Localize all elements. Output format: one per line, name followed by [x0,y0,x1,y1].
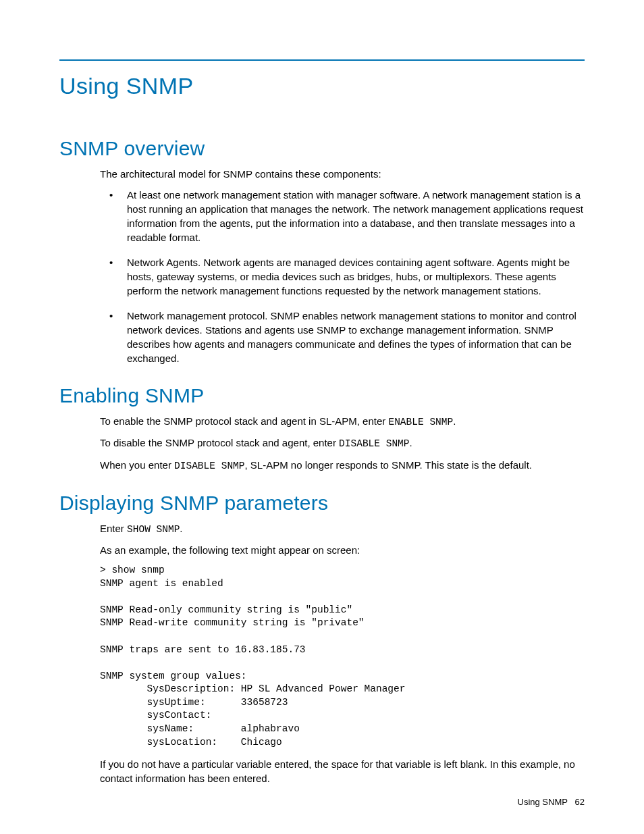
list-item: Network Agents. Network agents are manag… [100,255,585,298]
enabling-p2: To disable the SNMP protocol stack and a… [100,436,585,450]
enabling-p3: When you enter DISABLE SNMP, SL-APM no l… [100,458,585,473]
heading-enabling-snmp: Enabling SNMP [59,384,585,407]
displaying-p2: As an example, the following text might … [100,543,585,557]
overview-body: The architectural model for SNMP contain… [100,167,585,365]
text: . [410,437,412,448]
text: Enter [100,523,127,534]
text: To disable the SNMP protocol stack and a… [100,437,339,448]
enabling-p1: To enable the SNMP protocol stack and ag… [100,414,585,429]
displaying-p3: If you do not have a particular variable… [100,757,585,785]
text: To enable the SNMP protocol stack and ag… [100,415,388,427]
text: , SL-APM no longer responds to SNMP. Thi… [244,459,532,471]
page-title: Using SNMP [59,73,585,99]
code-disable-snmp: DISABLE SNMP [339,438,409,449]
code-show-snmp: SHOW SNMP [127,524,180,535]
footer-page-number: 62 [575,797,585,807]
code-block-show-snmp-output: > show snmp SNMP agent is enabled SNMP R… [100,564,585,749]
page: Using SNMP SNMP overview The architectur… [0,0,644,834]
heading-snmp-overview: SNMP overview [59,137,585,160]
text: When you enter [100,459,174,471]
displaying-p1: Enter SHOW SNMP. [100,521,585,536]
footer-label: Using SNMP [518,797,568,807]
heading-displaying-snmp: Displaying SNMP parameters [59,492,585,515]
top-rule [59,59,585,61]
text: . [180,523,182,534]
list-item: At least one network management station … [100,188,585,244]
code-enable-snmp: ENABLE SNMP [388,417,453,427]
overview-intro: The architectural model for SNMP contain… [100,167,585,181]
overview-bullets: At least one network management station … [100,188,585,365]
displaying-body: Enter SHOW SNMP. As an example, the foll… [100,521,585,785]
text: . [453,415,456,427]
enabling-body: To enable the SNMP protocol stack and ag… [100,414,585,473]
list-item: Network management protocol. SNMP enable… [100,309,585,365]
code-disable-snmp-2: DISABLE SNMP [174,461,244,471]
page-footer: Using SNMP 62 [518,797,585,807]
